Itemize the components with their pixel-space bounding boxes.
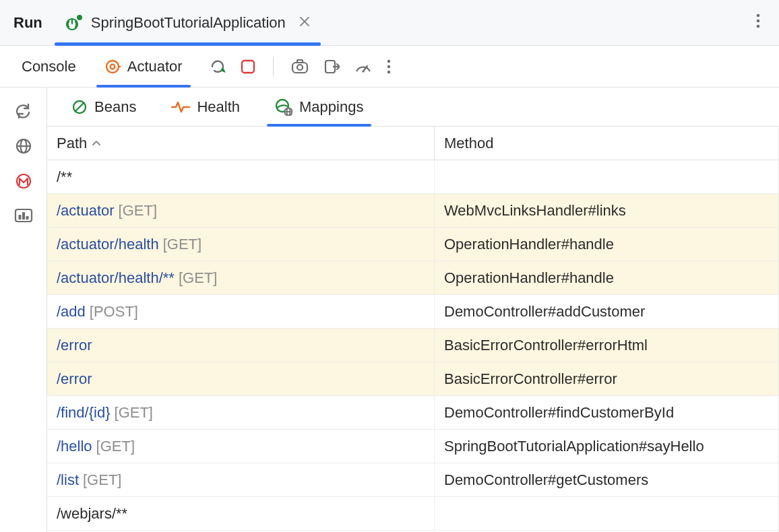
spring-boot-run-icon: [65, 15, 84, 31]
separator: [273, 57, 274, 77]
chart-icon[interactable]: [14, 207, 33, 224]
path-text[interactable]: /error: [57, 337, 92, 354]
cell-method: SpringBootTutorialApplication#sayHello: [435, 430, 778, 463]
path-text[interactable]: /actuator/health: [57, 236, 159, 253]
cell-path: /error: [47, 362, 435, 395]
col-header-method-label: Method: [444, 135, 493, 152]
stop-icon[interactable]: [241, 59, 255, 74]
rerun-icon[interactable]: [210, 59, 226, 75]
svg-point-19: [362, 70, 364, 72]
path-text[interactable]: /actuator: [57, 202, 115, 220]
left-icon-strip: [0, 88, 47, 532]
actuator-main: Beans Health Mappings Path: [47, 88, 779, 532]
run-toolbar: [203, 57, 391, 77]
svg-rect-29: [22, 212, 25, 220]
diagram-m-icon[interactable]: [15, 172, 32, 190]
tab-mappings[interactable]: Mappings: [267, 88, 371, 126]
cell-method: BasicErrorController#error: [435, 362, 778, 395]
cell-path: /hello [GET]: [47, 430, 435, 463]
cell-path: /actuator/health [GET]: [47, 228, 435, 261]
table-row[interactable]: /errorBasicErrorController#error: [47, 362, 778, 396]
run-tool-window-header: Run SpringBootTutorialApplication: [0, 0, 779, 46]
table-body: /**/actuator [GET]WebMvcLinksHandler#lin…: [47, 160, 778, 531]
tab-beans[interactable]: Beans: [63, 88, 144, 126]
run-sub-tabs: Console Actuator: [0, 46, 779, 88]
refresh-icon[interactable]: [15, 102, 32, 120]
path-text[interactable]: /find/{id}: [57, 404, 111, 422]
cell-path: /**: [47, 160, 435, 193]
http-verb: [POST]: [90, 303, 138, 321]
svg-rect-30: [26, 216, 28, 220]
cell-method: DemoController#addCustomer: [435, 295, 778, 328]
svg-point-6: [757, 19, 760, 22]
http-verb: [GET]: [115, 404, 153, 422]
globe-icon[interactable]: [15, 137, 32, 155]
svg-point-8: [106, 61, 119, 73]
svg-line-32: [75, 103, 84, 111]
table-row[interactable]: /actuator [GET]WebMvcLinksHandler#links: [47, 194, 778, 228]
actuator-body: Beans Health Mappings Path: [0, 88, 779, 532]
http-verb: [GET]: [119, 202, 157, 220]
cell-path: /actuator [GET]: [47, 194, 435, 227]
col-header-method[interactable]: Method: [435, 127, 778, 160]
path-text: /**: [57, 168, 72, 186]
table-row[interactable]: /hello [GET]SpringBootTutorialApplicatio…: [47, 430, 778, 463]
mappings-table: Path Method /**/actuator [GET]WebMvcLink…: [47, 127, 779, 532]
svg-point-7: [757, 24, 760, 28]
gauge-icon[interactable]: [354, 59, 372, 74]
cell-method: [435, 497, 778, 530]
cell-path: /add [POST]: [47, 295, 435, 328]
path-text[interactable]: /list: [57, 471, 79, 489]
col-header-path[interactable]: Path: [47, 127, 435, 160]
actuator-category-tabs: Beans Health Mappings: [47, 88, 779, 127]
table-row[interactable]: /errorBasicErrorController#errorHtml: [47, 329, 778, 362]
svg-point-2: [77, 15, 82, 20]
table-row[interactable]: /list [GET]DemoController#getCustomers: [47, 463, 778, 497]
cell-method: DemoController#getCustomers: [435, 463, 778, 496]
more-options-button[interactable]: [747, 8, 770, 38]
svg-point-9: [110, 64, 115, 69]
http-verb: [GET]: [83, 471, 121, 489]
svg-marker-11: [220, 67, 226, 73]
tab-health[interactable]: Health: [163, 88, 248, 126]
table-header: Path Method: [47, 127, 778, 160]
svg-point-14: [297, 65, 303, 70]
table-row[interactable]: /find/{id} [GET]DemoController#findCusto…: [47, 396, 778, 430]
cell-method: OperationHandler#handle: [435, 261, 778, 294]
run-config-tab[interactable]: SpringBootTutorialApplication: [55, 0, 321, 45]
cell-path: /webjars/**: [47, 497, 435, 530]
path-text[interactable]: /error: [57, 370, 92, 388]
table-row[interactable]: /add [POST]DemoController#addCustomer: [47, 295, 778, 329]
path-text[interactable]: /actuator/health/**: [57, 269, 175, 287]
tab-actuator[interactable]: Actuator: [96, 46, 191, 87]
svg-point-5: [757, 13, 760, 17]
tab-health-label: Health: [197, 98, 240, 116]
path-text: /webjars/**: [57, 505, 127, 523]
svg-rect-28: [18, 215, 21, 220]
svg-point-20: [387, 59, 390, 62]
kebab-icon[interactable]: [387, 59, 391, 74]
cell-method: WebMvcLinksHandler#links: [435, 194, 778, 227]
exit-icon[interactable]: [323, 59, 340, 75]
run-config-tab-label: SpringBootTutorialApplication: [91, 14, 286, 32]
cell-method: DemoController#findCustomerById: [435, 396, 778, 429]
cell-path: /find/{id} [GET]: [47, 396, 435, 429]
beans-prohibit-icon: [71, 99, 88, 115]
mappings-globe-icon: [275, 98, 292, 116]
svg-point-22: [387, 70, 390, 73]
col-header-path-label: Path: [57, 135, 87, 152]
close-icon[interactable]: [299, 15, 310, 30]
run-title: Run: [9, 14, 55, 32]
path-text[interactable]: /hello: [57, 438, 92, 455]
table-row[interactable]: /**: [47, 160, 778, 194]
table-row[interactable]: /actuator/health [GET]OperationHandler#h…: [47, 228, 778, 261]
sort-asc-icon: [92, 138, 100, 149]
path-text[interactable]: /add: [57, 303, 86, 321]
tab-console-label: Console: [22, 58, 76, 75]
svg-point-21: [387, 65, 390, 67]
table-row[interactable]: /webjars/**: [47, 497, 778, 531]
table-row[interactable]: /actuator/health/** [GET]OperationHandle…: [47, 261, 778, 295]
tab-console[interactable]: Console: [13, 46, 84, 87]
thread-dump-icon[interactable]: [291, 59, 309, 74]
http-verb: [GET]: [96, 438, 135, 455]
